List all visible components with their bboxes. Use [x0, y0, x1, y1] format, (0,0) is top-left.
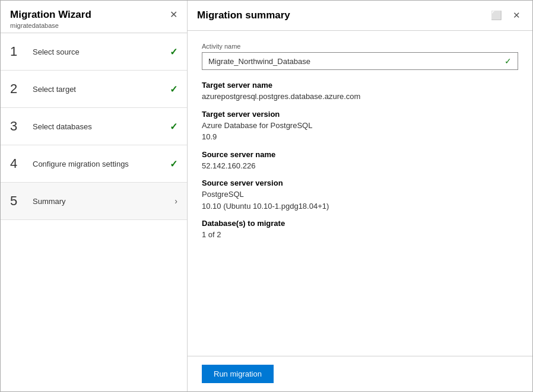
- step-check-icon-2: ✓: [170, 84, 177, 95]
- summary-field-title-target_server_name: Target server name: [202, 81, 518, 90]
- step-check-icon-1: ✓: [170, 46, 177, 58]
- wizard-close-button[interactable]: ✕: [170, 9, 177, 20]
- activity-name-check-icon: ✓: [505, 56, 512, 66]
- summary-section-source_server_name: Source server name52.142.160.226: [202, 150, 518, 172]
- summary-fields: Target server nameazurepostgresql.postgr…: [202, 81, 518, 241]
- step-item-4[interactable]: 4Configure migration settings✓: [1, 145, 187, 183]
- step-check-icon-4: ✓: [170, 158, 177, 170]
- summary-section-databases_to_migrate: Database(s) to migrate1 of 2: [202, 219, 518, 241]
- summary-field-value-target_server_name: azurepostgresql.postgres.database.azure.…: [202, 91, 518, 103]
- step-number-2: 2: [10, 81, 24, 97]
- summary-field-title-source_server_version: Source server version: [202, 179, 518, 187]
- summary-field-title-source_server_name: Source server name: [202, 150, 518, 159]
- step-label-5: Summary: [33, 197, 175, 206]
- right-header: Migration summary ⬜ ✕: [188, 1, 532, 31]
- run-migration-button[interactable]: Run migration: [202, 365, 274, 383]
- activity-name-label: Activity name: [202, 43, 518, 50]
- step-item-2[interactable]: 2Select target✓: [1, 71, 187, 108]
- right-footer: Run migration: [188, 356, 532, 391]
- activity-name-input-wrapper: ✓: [202, 52, 518, 70]
- step-number-5: 5: [10, 193, 24, 209]
- step-arrow-icon-5: ›: [175, 196, 177, 206]
- step-item-3[interactable]: 3Select databases✓: [1, 108, 187, 145]
- activity-name-input[interactable]: [208, 57, 505, 66]
- dialog-container: Migration Wizard migratedatabase ✕ 1Sele…: [0, 0, 533, 392]
- step-label-2: Select target: [33, 85, 170, 94]
- step-number-4: 4: [10, 156, 24, 171]
- right-panel: Migration summary ⬜ ✕ Activity name ✓ Ta…: [188, 1, 532, 391]
- step-number-3: 3: [10, 119, 24, 134]
- summary-section-source_server_version: Source server versionPostgreSQL 10.10 (U…: [202, 179, 518, 212]
- summary-field-value-databases_to_migrate: 1 of 2: [202, 229, 518, 241]
- step-label-4: Configure migration settings: [33, 160, 170, 168]
- summary-section-target_server_version: Target server versionAzure Database for …: [202, 110, 518, 143]
- step-label-3: Select databases: [33, 122, 170, 131]
- step-label-1: Select source: [33, 47, 170, 56]
- step-number-1: 1: [10, 44, 24, 59]
- maximize-button[interactable]: ⬜: [488, 9, 505, 22]
- summary-field-value-source_server_version: PostgreSQL 10.10 (Ubuntu 10.10-1.pgdg18.…: [202, 189, 518, 212]
- wizard-title: Migration Wizard: [10, 9, 177, 21]
- summary-field-value-target_server_version: Azure Database for PostgreSQL 10.9: [202, 120, 518, 143]
- header-actions: ⬜ ✕: [488, 9, 523, 22]
- summary-field-value-source_server_name: 52.142.160.226: [202, 160, 518, 172]
- step-list: 1Select source✓2Select target✓3Select da…: [1, 33, 187, 391]
- summary-field-title-databases_to_migrate: Database(s) to migrate: [202, 219, 518, 228]
- step-item-1[interactable]: 1Select source✓: [1, 33, 187, 71]
- right-content: Activity name ✓ Target server nameazurep…: [188, 31, 532, 356]
- step-check-icon-3: ✓: [170, 121, 177, 132]
- left-header: Migration Wizard migratedatabase ✕: [1, 1, 187, 33]
- close-button[interactable]: ✕: [510, 9, 523, 22]
- summary-field-title-target_server_version: Target server version: [202, 110, 518, 119]
- summary-section-target_server_name: Target server nameazurepostgresql.postgr…: [202, 81, 518, 103]
- left-panel: Migration Wizard migratedatabase ✕ 1Sele…: [1, 1, 188, 391]
- right-panel-title: Migration summary: [197, 9, 290, 21]
- step-item-5[interactable]: 5Summary›: [1, 183, 187, 220]
- wizard-subtitle: migratedatabase: [10, 22, 177, 29]
